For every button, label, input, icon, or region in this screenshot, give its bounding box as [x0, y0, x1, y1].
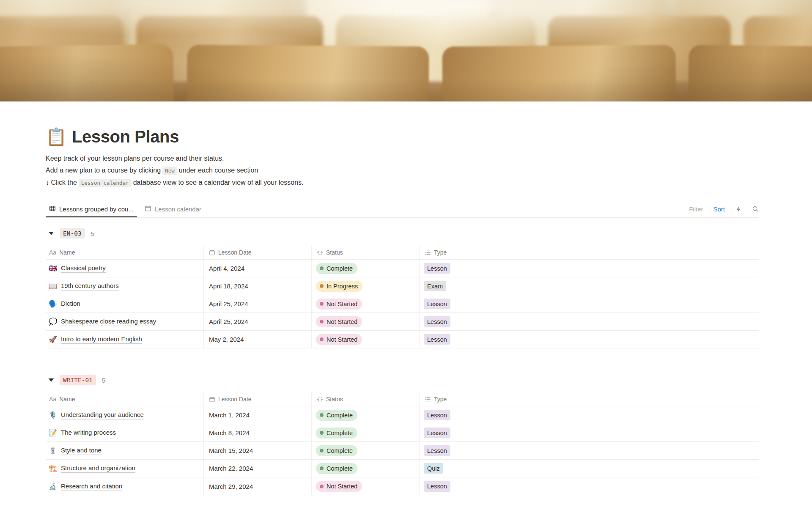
lesson-status-cell[interactable]: Complete — [312, 424, 420, 441]
column-header-name[interactable]: AaName — [46, 246, 204, 259]
column-header-status[interactable]: Status — [312, 246, 420, 259]
status-pill[interactable]: Complete — [316, 463, 357, 474]
course-badge[interactable]: WRITE-01 — [60, 375, 96, 385]
table-row[interactable]: 💈Style and tone March 15, 2024 Complete … — [46, 442, 759, 460]
sort-button[interactable]: Sort — [713, 206, 725, 213]
lesson-date-cell[interactable]: March 1, 2024 — [204, 406, 312, 424]
lesson-link[interactable]: Intro to early modern English — [61, 335, 142, 344]
lesson-type-cell[interactable]: Lesson — [420, 331, 759, 348]
lesson-date-cell[interactable]: April 18, 2024 — [204, 277, 312, 295]
lesson-emoji: 🗣️ — [49, 300, 57, 308]
filter-button[interactable]: Filter — [689, 206, 703, 213]
lesson-link[interactable]: Understanding your audience — [61, 411, 144, 419]
status-pill[interactable]: Not Started — [316, 481, 362, 492]
lesson-status-cell[interactable]: Complete — [312, 260, 420, 277]
status-pill[interactable]: Complete — [316, 445, 357, 456]
search-icon[interactable] — [752, 206, 759, 213]
lesson-type-cell[interactable]: Lesson — [420, 260, 759, 277]
lesson-type-cell[interactable]: Lesson — [420, 295, 759, 312]
column-header-name[interactable]: AaName — [46, 392, 204, 406]
lesson-status-cell[interactable]: Not Started — [312, 477, 420, 495]
lesson-name-cell[interactable]: 🎙️Understanding your audience — [46, 406, 204, 424]
lesson-status-cell[interactable]: Complete — [312, 442, 420, 459]
lightning-icon[interactable] — [735, 206, 742, 213]
table-row[interactable]: 📝The writing process March 8, 2024 Compl… — [46, 424, 759, 442]
status-pill[interactable]: Complete — [316, 410, 357, 421]
lesson-link[interactable]: Diction — [61, 299, 80, 308]
status-pill[interactable]: Complete — [316, 428, 357, 438]
table-row[interactable]: 💭Shakespeare close reading essay April 2… — [46, 313, 759, 331]
column-header-status[interactable]: Status — [312, 392, 420, 406]
lesson-type-cell[interactable]: Lesson — [420, 477, 759, 495]
lesson-status-cell[interactable]: Not Started — [312, 331, 420, 348]
lesson-link[interactable]: Classical poetry — [61, 264, 106, 273]
lesson-type-cell[interactable]: Quiz — [420, 460, 759, 477]
lesson-link[interactable]: Style and tone — [61, 446, 102, 455]
column-header-lesson-date[interactable]: Lesson Date — [204, 392, 312, 406]
lesson-type-cell[interactable]: Lesson — [420, 424, 759, 441]
lesson-date-cell[interactable]: March 15, 2024 — [204, 442, 312, 459]
status-pill[interactable]: In Progress — [316, 281, 362, 292]
lesson-type-cell[interactable]: Lesson — [420, 406, 759, 424]
collapse-triangle-icon[interactable] — [49, 232, 54, 235]
lesson-name-cell[interactable]: 🇬🇧Classical poetry — [46, 260, 204, 277]
lesson-date-cell[interactable]: March 8, 2024 — [204, 424, 312, 441]
lesson-name-cell[interactable]: 💭Shakespeare close reading essay — [46, 313, 204, 330]
column-header-lesson-date[interactable]: Lesson Date — [204, 246, 312, 259]
lesson-status-cell[interactable]: Complete — [312, 406, 420, 424]
type-tag[interactable]: Lesson — [424, 428, 450, 438]
type-tag[interactable]: Lesson — [424, 445, 450, 456]
lesson-type-cell[interactable]: Lesson — [420, 442, 759, 459]
lesson-date-cell[interactable]: April 25, 2024 — [204, 313, 312, 330]
type-tag[interactable]: Lesson — [424, 263, 450, 274]
lesson-link[interactable]: Structure and organization — [61, 464, 135, 473]
lesson-status-cell[interactable]: In Progress — [312, 277, 420, 295]
lesson-date-cell[interactable]: March 22, 2024 — [204, 460, 312, 477]
lesson-name-cell[interactable]: 🗣️Diction — [46, 295, 204, 312]
lesson-name-cell[interactable]: 📖19th century authors — [46, 277, 204, 295]
tab-lesson-calendar[interactable]: Lesson calendar — [141, 201, 205, 217]
lesson-date-cell[interactable]: March 29, 2024 — [204, 477, 312, 495]
lesson-link[interactable]: 19th century authors — [61, 282, 119, 290]
status-pill[interactable]: Not Started — [316, 316, 362, 327]
table-row[interactable]: 🇬🇧Classical poetry April 4, 2024 Complet… — [46, 260, 759, 277]
lesson-type-cell[interactable]: Exam — [420, 277, 759, 295]
lesson-status-cell[interactable]: Complete — [312, 460, 420, 477]
lesson-name-cell[interactable]: 📝The writing process — [46, 424, 204, 441]
status-pill[interactable]: Complete — [316, 263, 357, 274]
lesson-date-cell[interactable]: April 25, 2024 — [204, 295, 312, 312]
lesson-link[interactable]: The writing process — [61, 428, 116, 437]
table-row[interactable]: 🚀Intro to early modern English May 2, 20… — [46, 331, 759, 348]
status-pill[interactable]: Not Started — [316, 334, 362, 345]
table-row[interactable]: 🏗️Structure and organization March 22, 2… — [46, 460, 759, 477]
lesson-name-cell[interactable]: 🚀Intro to early modern English — [46, 331, 204, 348]
table-row[interactable]: 🎙️Understanding your audience March 1, 2… — [46, 406, 759, 424]
column-header-type[interactable]: Type — [420, 392, 759, 406]
column-header-type[interactable]: Type — [420, 246, 759, 259]
table-row[interactable]: 🗣️Diction April 25, 2024 Not Started Les… — [46, 295, 759, 313]
lesson-link[interactable]: Shakespeare close reading essay — [61, 317, 156, 326]
lesson-name-cell[interactable]: 🔬Research and citation — [46, 477, 204, 495]
table-row[interactable]: 🔬Research and citation March 29, 2024 No… — [46, 477, 759, 495]
lesson-type-cell[interactable]: Lesson — [420, 313, 759, 330]
type-tag[interactable]: Exam — [424, 281, 446, 291]
lesson-status-cell[interactable]: Not Started — [312, 295, 420, 312]
lesson-link[interactable]: Research and citation — [61, 482, 122, 491]
table-row[interactable]: 📖19th century authors April 18, 2024 In … — [46, 277, 759, 295]
type-tag[interactable]: Lesson — [424, 299, 450, 309]
course-badge[interactable]: EN-03 — [60, 228, 85, 238]
type-tag[interactable]: Quiz — [424, 463, 443, 474]
lesson-name-cell[interactable]: 💈Style and tone — [46, 442, 204, 459]
type-tag[interactable]: Lesson — [424, 410, 450, 420]
type-tag[interactable]: Lesson — [424, 481, 450, 492]
tab-lessons-grouped-by-course[interactable]: Lessons grouped by cou... — [46, 201, 137, 217]
type-tag[interactable]: Lesson — [424, 334, 450, 345]
lesson-date-cell[interactable]: May 2, 2024 — [204, 331, 312, 348]
collapse-triangle-icon[interactable] — [49, 378, 54, 382]
lesson-status-cell[interactable]: Not Started — [312, 313, 420, 330]
lesson-date-cell[interactable]: April 4, 2024 — [204, 260, 312, 277]
lesson-name-cell[interactable]: 🏗️Structure and organization — [46, 460, 204, 477]
status-pill[interactable]: Not Started — [316, 299, 362, 310]
page-emoji-icon[interactable]: 📋 — [46, 126, 67, 147]
type-tag[interactable]: Lesson — [424, 316, 450, 327]
